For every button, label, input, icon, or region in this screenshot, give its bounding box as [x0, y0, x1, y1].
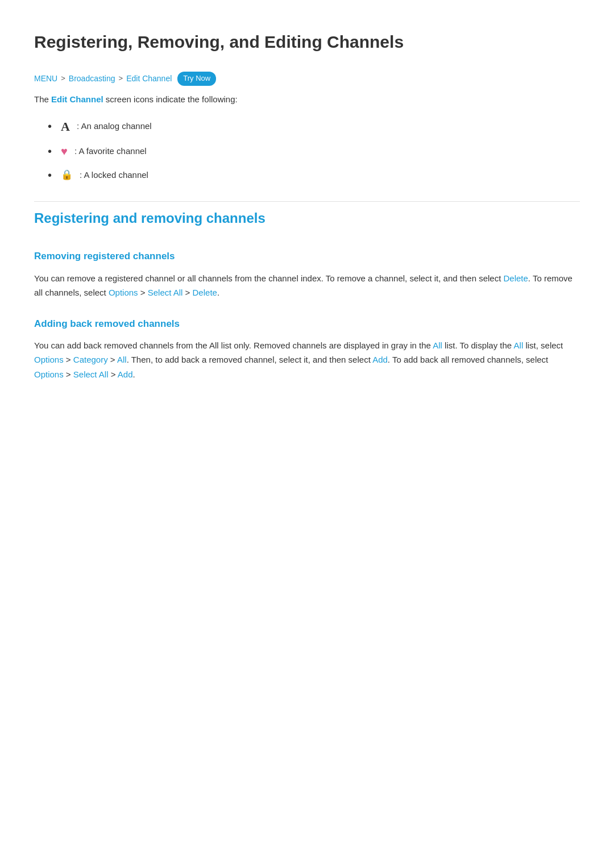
add-link-2[interactable]: Add: [118, 369, 133, 379]
add-link-1[interactable]: Add: [372, 355, 388, 364]
delete-link-1[interactable]: Delete: [504, 273, 528, 283]
locked-description: : A locked channel: [80, 168, 148, 182]
category-link[interactable]: Category: [73, 355, 108, 364]
locked-icon: 🔒: [61, 167, 73, 182]
adding-text-3: list, select: [523, 340, 563, 350]
analog-description: : An analog channel: [77, 119, 152, 133]
options-link-3[interactable]: Options: [34, 369, 64, 379]
removing-separator-2: >: [182, 288, 192, 297]
intro-suffix: screen icons indicate the following:: [103, 94, 238, 104]
adding-text-5: . To add back all removed channels, sele…: [388, 355, 548, 364]
all-link-3[interactable]: All: [117, 355, 127, 364]
intro-prefix: The: [34, 94, 51, 104]
select-all-link-2[interactable]: Select All: [73, 369, 109, 379]
delete-link-2[interactable]: Delete: [193, 288, 217, 297]
intro-highlight: Edit Channel: [51, 94, 103, 104]
breadcrumb: MENU > Broadcasting > Edit Channel Try N…: [34, 72, 580, 86]
list-item-locked: 🔒 : A locked channel: [48, 166, 580, 184]
section-title-registering: Registering and removing channels: [34, 207, 580, 232]
try-now-badge[interactable]: Try Now: [177, 72, 216, 86]
list-item-favorite: ♥ : A favorite channel: [48, 142, 580, 160]
removing-text-1: You can remove a registered channel or a…: [34, 273, 504, 283]
subsection-title-removing: Removing registered channels: [34, 248, 580, 264]
adding-separator-4: >: [109, 369, 118, 379]
subsection-adding: Adding back removed channels You can add…: [34, 316, 580, 382]
removing-body: You can remove a registered channel or a…: [34, 271, 580, 300]
icon-list: A : An analog channel ♥ : A favorite cha…: [34, 117, 580, 184]
adding-text-2: list. To display the: [442, 340, 514, 350]
options-link-1[interactable]: Options: [109, 288, 138, 297]
analog-icon: A: [61, 117, 70, 136]
adding-text-1: You can add back removed channels from t…: [34, 340, 433, 350]
intro-text: The Edit Channel screen icons indicate t…: [34, 93, 580, 106]
breadcrumb-separator-1: >: [61, 73, 65, 85]
breadcrumb-separator-2: >: [119, 73, 123, 85]
all-link-1[interactable]: All: [433, 340, 442, 350]
favorite-description: : A favorite channel: [74, 144, 147, 158]
section-divider: [34, 201, 580, 202]
breadcrumb-broadcasting[interactable]: Broadcasting: [69, 72, 115, 85]
removing-separator-1: >: [138, 288, 148, 297]
select-all-link-1[interactable]: Select All: [148, 288, 183, 297]
breadcrumb-menu[interactable]: MENU: [34, 72, 57, 85]
favorite-icon: ♥: [61, 142, 68, 160]
adding-body: You can add back removed channels from t…: [34, 338, 580, 382]
adding-separator-1: >: [64, 355, 73, 364]
adding-text-6: .: [133, 369, 135, 379]
all-link-2[interactable]: All: [514, 340, 524, 350]
adding-separator-2: >: [108, 355, 117, 364]
subsection-title-adding: Adding back removed channels: [34, 316, 580, 331]
list-item-analog: A : An analog channel: [48, 117, 580, 136]
adding-separator-3: >: [64, 369, 73, 379]
removing-text-3: .: [217, 288, 219, 297]
breadcrumb-edit-channel[interactable]: Edit Channel: [126, 72, 172, 85]
subsection-removing: Removing registered channels You can rem…: [34, 248, 580, 300]
page-title: Registering, Removing, and Editing Chann…: [34, 28, 580, 56]
options-link-2[interactable]: Options: [34, 355, 64, 364]
adding-text-4: . Then, to add back a removed channel, s…: [127, 355, 373, 364]
